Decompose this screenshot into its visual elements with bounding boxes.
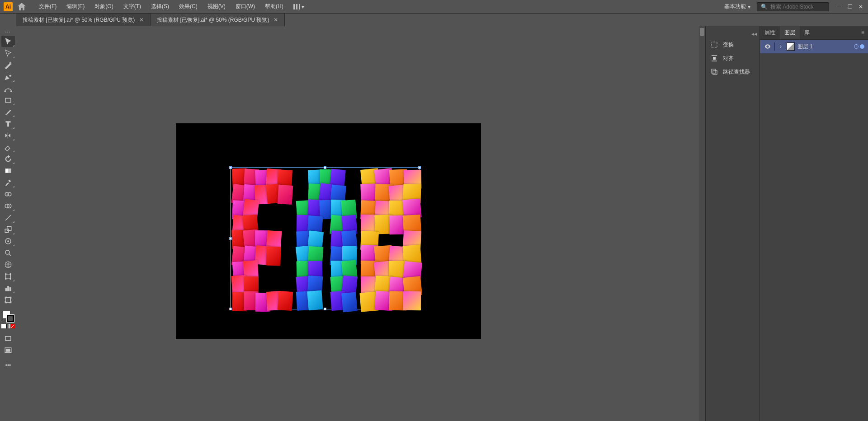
tab-properties[interactable]: 属性: [760, 26, 780, 39]
svg-point-16: [5, 273, 6, 275]
layer-name[interactable]: 图层 1: [797, 43, 851, 51]
screen-mode-normal[interactable]: [1, 333, 15, 344]
panel-transform[interactable]: 变换: [706, 38, 760, 51]
pen-tool[interactable]: [1, 71, 15, 82]
tab-libraries[interactable]: 库: [800, 26, 814, 39]
paintbrush-tool[interactable]: [1, 106, 15, 117]
menu-object[interactable]: 对象(O): [90, 1, 118, 12]
rotate-tool[interactable]: [1, 153, 15, 164]
panel-menu-icon[interactable]: ≡: [858, 26, 868, 39]
resize-handle[interactable]: [229, 166, 232, 169]
svg-rect-4: [5, 168, 8, 173]
magic-wand-tool[interactable]: [1, 59, 15, 70]
menu-window[interactable]: 窗口(W): [231, 1, 259, 12]
menu-view[interactable]: 视图(V): [203, 1, 230, 12]
workspace-switcher[interactable]: 基本功能 ▾: [722, 1, 753, 12]
arrange-documents[interactable]: ▾: [291, 4, 307, 10]
document-tabs: 投稿素材 [已恢复].ai* @ 50% (RGB/GPU 预览) ✕ 投稿素材…: [16, 14, 868, 26]
panel-pathfinder[interactable]: 路径查找器: [706, 65, 760, 79]
document-tab[interactable]: 投稿素材 [已恢复].ai* @ 50% (RGB/GPU 预览) ✕: [151, 14, 285, 27]
target-icon[interactable]: [854, 44, 859, 49]
shape-builder-tool[interactable]: [1, 200, 15, 211]
search-stock[interactable]: 🔍: [757, 2, 829, 11]
reflect-tool[interactable]: [1, 130, 15, 141]
scale-tool[interactable]: [1, 224, 15, 235]
direct-selection-tool[interactable]: [1, 47, 15, 59]
panel-label: 路径查找器: [723, 68, 750, 76]
menu-help[interactable]: 帮助(H): [260, 1, 288, 12]
zoom-tool[interactable]: [1, 247, 15, 258]
type-tool[interactable]: [1, 118, 15, 129]
selection-indicator[interactable]: [860, 44, 864, 49]
search-input[interactable]: [770, 4, 816, 10]
panel-align[interactable]: 对齐: [706, 51, 760, 65]
blend-tool[interactable]: [1, 188, 15, 200]
svg-rect-21: [8, 286, 9, 291]
fill-stroke-swatch[interactable]: [2, 310, 14, 323]
menu-select[interactable]: 选择(S): [146, 1, 174, 12]
artboard-tool[interactable]: [1, 294, 15, 305]
svg-rect-29: [712, 69, 716, 73]
maximize-button[interactable]: ❐: [846, 4, 854, 10]
layer-row[interactable]: › 图层 1: [760, 40, 868, 53]
collapsed-panels: ◂◂ 变换 对齐 路径查找器: [705, 26, 760, 421]
edit-toolbar[interactable]: •••: [1, 360, 15, 371]
chevron-down-icon: ▾: [302, 4, 304, 10]
svg-point-13: [5, 250, 9, 254]
expand-panels-icon[interactable]: ◂◂: [706, 30, 760, 38]
eyedropper-tool[interactable]: [1, 177, 15, 188]
svg-rect-28: [713, 57, 716, 60]
svg-point-0: [5, 90, 6, 92]
svg-rect-27: [712, 42, 717, 47]
symbol-sprayer-tool[interactable]: [1, 235, 15, 247]
visibility-toggle[interactable]: [764, 42, 772, 51]
canvas[interactable]: [16, 26, 705, 421]
eraser-tool[interactable]: [1, 141, 15, 153]
svg-point-19: [10, 278, 11, 279]
resize-handle[interactable]: [229, 308, 232, 310]
menu-effect[interactable]: 效果(C): [175, 1, 202, 12]
close-button[interactable]: ✕: [857, 4, 864, 10]
color-mode-row[interactable]: [1, 324, 15, 328]
svg-rect-26: [6, 349, 10, 351]
layer-thumbnail: [787, 42, 795, 51]
selection-tool[interactable]: [1, 36, 15, 47]
svg-rect-10: [7, 226, 11, 230]
home-button[interactable]: [16, 1, 27, 12]
selection-bounding-box[interactable]: [230, 167, 420, 309]
search-icon: 🔍: [761, 4, 768, 10]
minimize-button[interactable]: —: [835, 4, 843, 10]
close-icon[interactable]: ✕: [139, 17, 144, 23]
column-graph-tool[interactable]: [1, 282, 15, 294]
vertical-scrollbar[interactable]: [699, 26, 705, 421]
svg-point-12: [8, 240, 9, 242]
svg-rect-20: [5, 288, 7, 291]
gradient-tool[interactable]: [1, 165, 15, 176]
close-icon[interactable]: ✕: [274, 17, 278, 23]
expand-layer-icon[interactable]: ›: [778, 43, 784, 50]
resize-handle[interactable]: [418, 166, 421, 169]
artwork: [231, 168, 420, 309]
svg-rect-2: [5, 98, 11, 102]
menu-type[interactable]: 文字(T): [119, 1, 146, 12]
svg-rect-15: [6, 274, 11, 279]
resize-handle[interactable]: [324, 166, 326, 169]
scrollbar-thumb[interactable]: [700, 28, 704, 36]
svg-rect-30: [713, 70, 717, 75]
right-panels: 属性 图层 库 ≡ › 图层 1: [760, 26, 868, 421]
menu-edit[interactable]: 编辑(E): [62, 1, 89, 12]
line-segment-tool[interactable]: [1, 212, 15, 223]
toolbox-grip[interactable]: ⋯: [0, 29, 16, 35]
resize-handle[interactable]: [324, 308, 326, 310]
mesh-tool[interactable]: [1, 259, 15, 270]
panel-tabs: 属性 图层 库 ≡: [760, 26, 868, 40]
free-transform-tool[interactable]: [1, 271, 15, 282]
ai-logo: Ai: [4, 2, 13, 11]
curvature-tool[interactable]: [1, 83, 15, 94]
tab-label: 投稿素材 [已恢复].ai* @ 50% (RGB/GPU 预览): [23, 16, 135, 24]
rectangle-tool[interactable]: [1, 94, 15, 106]
screen-mode-full[interactable]: [1, 345, 15, 356]
menu-file[interactable]: 文件(F): [34, 1, 61, 12]
tab-layers[interactable]: 图层: [780, 26, 800, 39]
document-tab[interactable]: 投稿素材 [已恢复].ai* @ 50% (RGB/GPU 预览) ✕: [16, 14, 151, 27]
